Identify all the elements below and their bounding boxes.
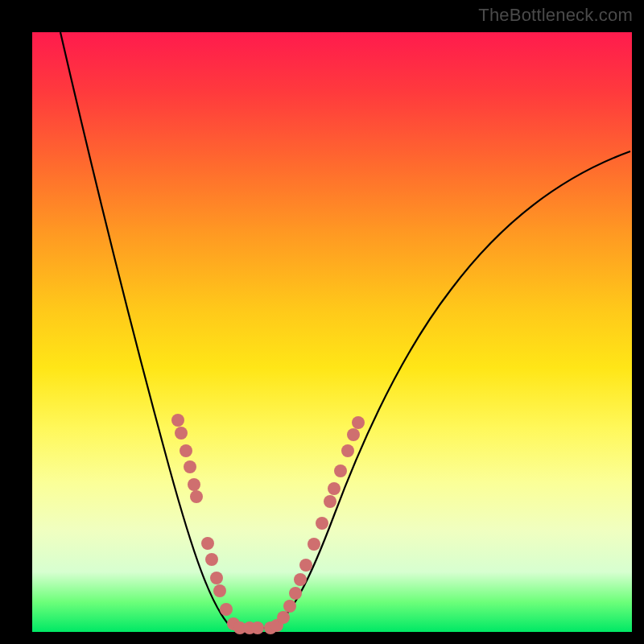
marker-dot (283, 600, 296, 613)
marker-dot (277, 611, 290, 624)
marker-dot (188, 478, 200, 491)
right-curve (258, 151, 630, 628)
left-curve (60, 32, 258, 628)
marker-dot (210, 572, 223, 584)
marker-dot (294, 573, 307, 586)
marker-dot (190, 490, 203, 503)
right-curve-markers (264, 416, 365, 634)
marker-dot (180, 444, 192, 457)
marker-dot (171, 414, 184, 427)
marker-dot (341, 444, 354, 457)
marker-dot (316, 517, 328, 530)
watermark-label: TheBottleneck.com (478, 5, 633, 26)
marker-dot (201, 537, 214, 550)
marker-dot (213, 584, 226, 597)
marker-dot (289, 587, 302, 600)
marker-dot (328, 482, 341, 495)
marker-dot (184, 460, 196, 473)
marker-dot (347, 428, 360, 441)
chart-frame: TheBottleneck.com (0, 0, 644, 644)
marker-dot (324, 495, 336, 508)
curve-layer (32, 32, 632, 632)
plot-area (32, 32, 632, 632)
marker-dot (251, 621, 264, 634)
marker-dot (205, 553, 218, 566)
marker-dot (308, 538, 320, 551)
marker-dot (175, 427, 188, 440)
marker-dot (299, 559, 312, 572)
marker-dot (352, 416, 365, 429)
marker-dot (220, 603, 233, 616)
marker-dot (334, 464, 347, 477)
